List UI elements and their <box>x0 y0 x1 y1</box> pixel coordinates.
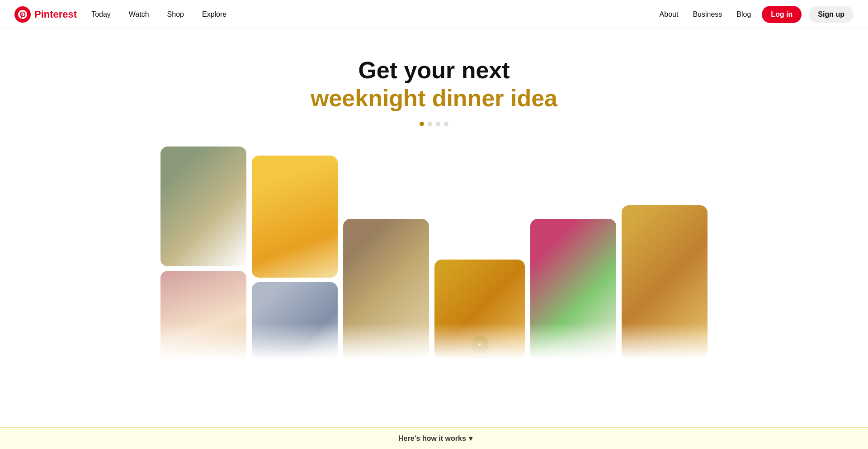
nav-explore[interactable]: Explore <box>198 9 230 20</box>
dot-4[interactable] <box>444 122 448 126</box>
hero-title-line2: weeknight dinner idea <box>0 84 868 112</box>
nav-business[interactable]: Business <box>689 9 726 20</box>
hero-title-line1: Get your next <box>0 56 868 84</box>
food-image-pink-drink <box>160 271 246 359</box>
nav-left: Pinterest Today Watch Shop Explore <box>14 6 230 23</box>
navbar: Pinterest Today Watch Shop Explore About… <box>0 0 868 29</box>
pinterest-icon <box>14 6 31 23</box>
nav-blog[interactable]: Blog <box>733 9 755 20</box>
nav-watch[interactable]: Watch <box>125 9 153 20</box>
collage-col-3 <box>343 219 429 359</box>
nav-shop[interactable]: Shop <box>164 9 188 20</box>
dot-2[interactable] <box>428 122 432 126</box>
food-image-orange-drink <box>252 156 338 278</box>
logo-text: Pinterest <box>34 9 77 20</box>
logo[interactable]: Pinterest <box>14 6 77 23</box>
nav-today[interactable]: Today <box>88 9 114 20</box>
food-image-pumpkin <box>434 260 525 359</box>
scroll-down-button[interactable] <box>471 336 489 354</box>
collage-col-2 <box>252 156 338 359</box>
nav-about[interactable]: About <box>656 9 682 20</box>
collage-col-4 <box>434 260 525 359</box>
food-image-salad <box>160 147 246 266</box>
food-image-taco <box>622 205 708 359</box>
food-image-bowl <box>343 219 429 359</box>
hero-section: Get your next weeknight dinner idea <box>0 29 868 359</box>
dot-1[interactable] <box>420 122 424 126</box>
hero-dots <box>0 122 868 126</box>
food-image-toast <box>530 219 616 359</box>
collage-col-5 <box>530 219 616 359</box>
image-collage <box>0 137 868 359</box>
collage-col-1 <box>160 147 246 359</box>
dot-3[interactable] <box>436 122 440 126</box>
signup-button[interactable]: Sign up <box>809 6 854 23</box>
login-button[interactable]: Log in <box>762 6 802 23</box>
nav-right: About Business Blog Log in Sign up <box>656 6 854 23</box>
collage-col-6 <box>622 205 708 359</box>
food-image-tools <box>252 282 338 359</box>
